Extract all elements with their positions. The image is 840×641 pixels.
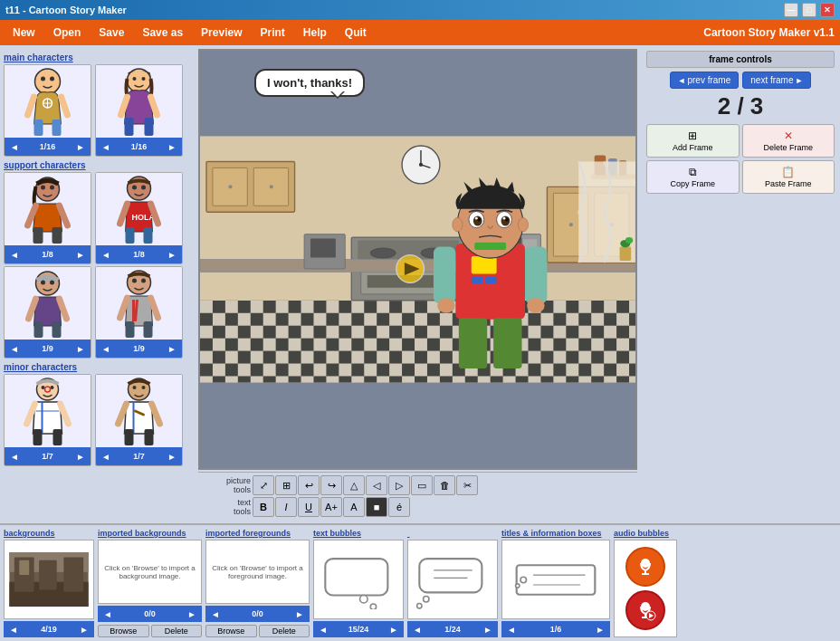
menu-help[interactable]: Help: [296, 24, 334, 42]
char-next-main-1[interactable]: ►: [74, 142, 87, 152]
prev-frame-button[interactable]: ◄ prev frame: [670, 72, 740, 89]
char-prev-main-1[interactable]: ◄: [8, 142, 21, 152]
tool-resize[interactable]: ▭: [411, 475, 433, 495]
bg-prev[interactable]: ◄: [7, 625, 20, 635]
tool-delete[interactable]: 🗑: [434, 475, 455, 495]
char-next-m1[interactable]: ►: [74, 452, 87, 462]
menu-preview[interactable]: Preview: [194, 24, 249, 42]
delete-frame-button[interactable]: ✕ Delete Frame: [742, 124, 835, 158]
menu-open[interactable]: Open: [46, 24, 89, 42]
char-prev-s2[interactable]: ◄: [100, 250, 112, 260]
menu-print[interactable]: Print: [253, 24, 291, 42]
char-next-main-2[interactable]: ►: [166, 142, 178, 152]
tool-bold[interactable]: B: [253, 497, 274, 517]
delete-fg-button[interactable]: Delete: [259, 625, 310, 637]
minor-chars-row: ◄ 1/7 ►: [4, 374, 191, 466]
titles-section: titles & information boxes ◄ 1/6 ►: [501, 529, 610, 637]
ibg-prev[interactable]: ◄: [101, 609, 114, 619]
char-nav-main-2: ◄ 1/16 ►: [96, 138, 182, 156]
menu-save[interactable]: Save: [91, 24, 131, 42]
text-bubbles-label[interactable]: text bubbles: [313, 529, 404, 538]
menu-new[interactable]: New: [5, 24, 43, 42]
tb2-counter: 1/24: [444, 625, 461, 634]
svg-rect-49: [200, 294, 635, 383]
char-counter-s4: 1/9: [133, 344, 145, 353]
menu-bar: New Open Save Save as Preview Print Help…: [0, 20, 840, 45]
close-button[interactable]: ✕: [820, 3, 835, 17]
copy-frame-button[interactable]: ⧉ Copy Frame: [646, 160, 740, 194]
audio-record-button[interactable]: [625, 547, 665, 587]
char-prev-main-2[interactable]: ◄: [100, 142, 112, 152]
char-prev-s1[interactable]: ◄: [8, 250, 21, 260]
ifg-prev[interactable]: ◄: [209, 609, 222, 619]
tb2-prev[interactable]: ◄: [411, 625, 424, 635]
imported-fg-label[interactable]: imported foregrounds: [205, 529, 310, 538]
imported-bg-thumb: Click on 'Browse' to import a background…: [98, 540, 202, 604]
svg-point-10: [142, 77, 146, 81]
paste-frame-button[interactable]: 📋 Paste Frame: [742, 160, 835, 194]
titles-counter: 1/6: [550, 625, 562, 634]
char-prev-s4[interactable]: ◄: [100, 344, 112, 354]
titles-label[interactable]: titles & information boxes: [501, 529, 610, 538]
titles-next[interactable]: ►: [594, 625, 606, 635]
minor-chars-label[interactable]: minor characters: [4, 362, 191, 372]
svg-rect-116: [63, 557, 83, 591]
svg-rect-11: [125, 118, 134, 136]
text-bubbles2-section: ◄ 1/24 ►: [407, 529, 498, 637]
tool-italic[interactable]: I: [275, 497, 297, 517]
char-next-s4[interactable]: ►: [166, 344, 178, 354]
tool-cut[interactable]: ✂: [456, 475, 478, 495]
add-frame-button[interactable]: ⊞ Add Frame: [646, 124, 740, 158]
char-prev-m2[interactable]: ◄: [100, 452, 112, 462]
minimize-button[interactable]: —: [784, 3, 798, 17]
tool-font-smaller[interactable]: A: [343, 497, 365, 517]
scene-canvas: I won't, thanks!: [198, 49, 637, 470]
char-prev-m1[interactable]: ◄: [8, 452, 21, 462]
text-bubble-thumb2: [407, 540, 498, 619]
support-chars-row1: ◄ 1/8 ► HOLA: [4, 172, 191, 264]
tool-underline[interactable]: U: [298, 497, 320, 517]
tb1-prev[interactable]: ◄: [317, 625, 329, 635]
next-frame-button[interactable]: next frame ►: [742, 72, 811, 89]
tool-special-char[interactable]: é: [388, 497, 410, 517]
backgrounds-label[interactable]: backgrounds: [4, 529, 94, 538]
tool-flip-v[interactable]: △: [343, 475, 365, 495]
tool-expand[interactable]: ⤢: [253, 475, 274, 495]
browse-bg-button[interactable]: Browse: [98, 625, 149, 637]
maximize-button[interactable]: □: [802, 3, 816, 17]
tool-font-larger[interactable]: A+: [320, 497, 342, 517]
text-bubbles2-label[interactable]: [407, 529, 498, 538]
char-next-s1[interactable]: ►: [74, 250, 87, 260]
main-chars-label[interactable]: main characters: [4, 53, 191, 62]
tool-flip-h[interactable]: ◁: [366, 475, 387, 495]
audio-bubbles-label[interactable]: audio bubbles: [614, 529, 677, 538]
char-next-m2[interactable]: ►: [166, 452, 178, 462]
ifg-next[interactable]: ►: [293, 609, 306, 619]
svg-rect-114: [19, 560, 29, 575]
char-counter-m2: 1/7: [133, 452, 145, 461]
svg-rect-23: [144, 227, 153, 244]
tool-undo[interactable]: ↩: [298, 475, 320, 495]
menu-quit[interactable]: Quit: [338, 24, 374, 42]
tool-redo[interactable]: ↪: [320, 475, 342, 495]
imported-bg-label[interactable]: imported backgrounds: [98, 529, 202, 538]
ibg-next[interactable]: ►: [186, 609, 198, 619]
char-next-s3[interactable]: ►: [74, 344, 87, 354]
svg-point-119: [370, 604, 376, 609]
tool-grid[interactable]: ⊞: [275, 475, 297, 495]
tool-move[interactable]: ▷: [388, 475, 410, 495]
char-next-s2[interactable]: ►: [166, 250, 178, 260]
bg-next[interactable]: ►: [78, 625, 91, 635]
audio-play-button[interactable]: [625, 590, 665, 630]
menu-saveas[interactable]: Save as: [135, 24, 190, 42]
browse-fg-button[interactable]: Browse: [205, 625, 257, 637]
titles-prev[interactable]: ◄: [505, 625, 518, 635]
tb1-next[interactable]: ►: [387, 625, 400, 635]
audio-bubbles-section: audio bubbles: [614, 529, 677, 637]
tool-color[interactable]: ■: [366, 497, 387, 517]
delete-bg-button[interactable]: Delete: [151, 625, 203, 637]
support-chars-label[interactable]: support characters: [4, 160, 191, 170]
char-prev-s3[interactable]: ◄: [8, 344, 21, 354]
tb2-next[interactable]: ►: [482, 625, 494, 635]
char-counter-main-1: 1/16: [40, 142, 56, 151]
